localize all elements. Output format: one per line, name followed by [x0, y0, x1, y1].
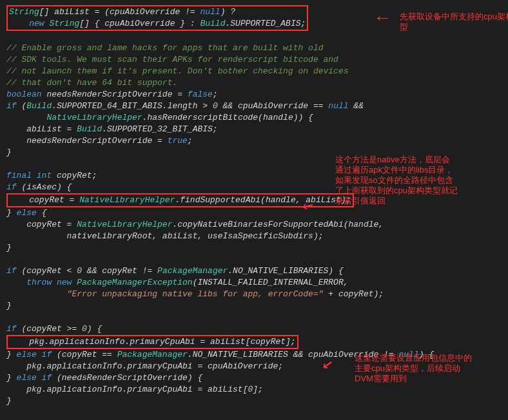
annotation-2: 这个方法是native方法，底层会通过遍历apk文件中的libs目录，如果发现s… — [335, 155, 458, 206]
highlight-box-3: pkg.applicationInfo.primaryCpuAbi = abiL… — [6, 335, 298, 349]
highlight-box-1: String[] abiList = (cpuAbiOverride != nu… — [6, 5, 308, 31]
arrow-icon-1: ← — [377, 13, 388, 24]
annotation-1: 先获取设备中所支持的cpu架构类型 — [400, 12, 508, 32]
code-block: String[] abiList = (cpuAbiOverride != nu… — [6, 5, 502, 407]
annotation-3: 这里还需要设置应用包信息中的主要cpu架构类型，后续启动DVM需要用到 — [355, 353, 477, 384]
arrow-icon-3: ↙ — [322, 358, 335, 371]
